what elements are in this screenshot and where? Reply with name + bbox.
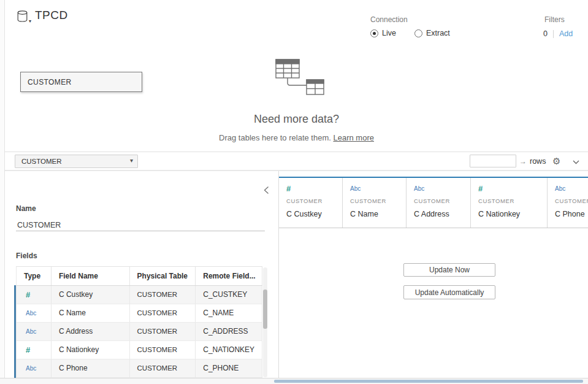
divider	[553, 30, 554, 38]
top-header: ▾ TPCD Connection Live Extract Filters 0	[5, 0, 588, 55]
empty-state-title: Need more data?	[5, 113, 588, 126]
field-name-cell: C Nationkey	[52, 341, 130, 359]
connection-section: Connection Live Extract	[370, 15, 450, 37]
extract-radio[interactable]: Extract	[414, 29, 450, 37]
column-table-name: CUSTOMER	[555, 198, 588, 204]
scrollbar-thumb[interactable]	[263, 290, 267, 329]
column-table-name: CUSTOMER	[478, 198, 547, 204]
rows-label: rows	[530, 157, 546, 166]
fields-table-body: # C Custkey CUSTOMER C_CUSTKEY Abc C Nam…	[17, 286, 262, 378]
field-type-icon: #	[286, 185, 342, 193]
empty-state-graphic-wrap	[5, 58, 588, 99]
field-type-icon: Abc	[26, 365, 36, 372]
caret-down-icon: ▾	[29, 18, 31, 24]
remote-field-cell: C_NAME	[196, 304, 262, 322]
drag-hint-text: Drag tables here to relate them.	[219, 133, 331, 142]
name-label: Name	[16, 204, 36, 213]
extract-radio-label: Extract	[426, 29, 450, 37]
remote-field-cell: C_NATIONKEY	[196, 341, 262, 359]
column-field-name: C Address	[414, 210, 470, 218]
add-filter-link[interactable]: Add	[559, 29, 573, 38]
filters-row: 0 Add	[540, 29, 586, 38]
column-field-name: C Name	[350, 210, 406, 218]
row-count-input[interactable]	[470, 155, 516, 167]
data-grid-header-row: # CUSTOMER C Custkey Abc CUSTOMER C Name…	[279, 177, 588, 228]
connection-radio-group: Live Extract	[370, 29, 450, 37]
live-radio-label: Live	[382, 29, 396, 37]
column-field-name: C Custkey	[286, 210, 342, 218]
column-header-field-name[interactable]: Field Name	[52, 267, 130, 285]
update-automatically-button[interactable]: Update Automatically	[403, 285, 495, 299]
remote-field-cell: C_ADDRESS	[196, 323, 262, 340]
datasource-page: ▾ TPCD Connection Live Extract Filters 0	[0, 0, 588, 384]
remote-field-cell: C_PHONE	[196, 359, 262, 377]
table-selector-value: CUSTOMER	[21, 158, 62, 165]
connection-label: Connection	[370, 15, 450, 24]
datasource-menu-button[interactable]: ▾	[17, 10, 31, 24]
field-name-cell: C Name	[52, 304, 130, 322]
table-row[interactable]: # C Nationkey CUSTOMER C_NATIONKEY	[17, 341, 262, 359]
data-grid-column-header[interactable]: # CUSTOMER C Nationkey	[471, 178, 548, 228]
radio-circle-icon	[414, 29, 422, 37]
column-header-type[interactable]: Type	[17, 267, 52, 285]
column-header-remote-field[interactable]: Remote Field...	[196, 267, 262, 285]
physical-table-cell: CUSTOMER	[130, 359, 196, 377]
table-selector-dropdown[interactable]: CUSTOMER ▾	[15, 155, 138, 168]
table-row[interactable]: Abc C Address CUSTOMER C_ADDRESS	[17, 323, 262, 341]
data-grid-column-header[interactable]: # CUSTOMER C Custkey	[279, 178, 343, 228]
physical-table-cell: CUSTOMER	[130, 286, 196, 304]
field-type-icon: Abc	[555, 185, 588, 193]
fields-table-header-row: Type Field Name Physical Table Remote Fi…	[17, 267, 262, 286]
table-row[interactable]: # C Custkey CUSTOMER C_CUSTKEY	[17, 286, 262, 304]
field-metadata-panel: Name Fields Type Field Name Physical Tab…	[5, 171, 279, 378]
field-name-cell: C Phone	[52, 359, 130, 377]
field-type-icon: Abc	[350, 185, 406, 193]
field-name-cell: C Address	[52, 323, 130, 340]
data-grid-column-header[interactable]: Abc CUSTOMER C Phone	[548, 178, 588, 228]
remote-field-cell: C_CUSTKEY	[196, 286, 262, 304]
column-table-name: CUSTOMER	[414, 198, 470, 204]
page-title: TPCD	[35, 9, 68, 22]
field-type-icon: Abc	[26, 328, 36, 335]
field-type-icon: Abc	[414, 185, 470, 193]
data-grid-column-header[interactable]: Abc CUSTOMER C Address	[407, 178, 471, 228]
update-now-button[interactable]: Update Now	[403, 263, 495, 277]
arrow-right-icon: →	[519, 157, 527, 166]
table-row[interactable]: Abc C Phone CUSTOMER C_PHONE	[17, 359, 262, 378]
fields-label: Fields	[16, 252, 37, 260]
field-type-icon: #	[26, 345, 30, 355]
table-name-field[interactable]	[16, 215, 265, 231]
selected-table-strip	[14, 285, 16, 378]
live-radio[interactable]: Live	[370, 29, 396, 37]
collapse-panel-icon[interactable]	[262, 185, 270, 198]
field-type-icon: #	[26, 290, 30, 299]
filters-section: Filters 0 Add	[540, 15, 586, 38]
column-table-name: CUSTOMER	[350, 198, 406, 204]
table-row[interactable]: Abc C Name CUSTOMER C_NAME	[17, 304, 262, 323]
filters-count: 0	[540, 29, 553, 38]
filters-label: Filters	[544, 15, 586, 24]
bottom-panels: Name Fields Type Field Name Physical Tab…	[5, 171, 588, 378]
column-table-name: CUSTOMER	[286, 198, 342, 204]
preview-toolbar: CUSTOMER ▾ → rows ⚙	[5, 152, 588, 171]
chevron-down-icon[interactable]	[573, 157, 579, 166]
name-field-wrap	[16, 215, 265, 231]
database-icon	[17, 10, 28, 24]
fields-table: Type Field Name Physical Table Remote Fi…	[16, 266, 262, 378]
gear-icon[interactable]: ⚙	[552, 155, 560, 168]
left-rail	[0, 0, 5, 384]
column-field-name: C Nationkey	[478, 210, 547, 218]
physical-table-cell: CUSTOMER	[130, 304, 196, 322]
column-header-physical-table[interactable]: Physical Table	[130, 267, 196, 285]
field-type-icon: Abc	[26, 310, 36, 317]
horizontal-scrollbar[interactable]	[0, 378, 588, 384]
scrollbar-thumb[interactable]	[274, 380, 583, 383]
empty-state-hint: Drag tables here to relate them. Learn m…	[5, 133, 588, 142]
learn-more-link[interactable]: Learn more	[333, 133, 373, 142]
physical-table-cell: CUSTOMER	[130, 323, 196, 340]
relate-tables-icon	[269, 88, 325, 99]
data-grid-column-header[interactable]: Abc CUSTOMER C Name	[343, 178, 407, 228]
fields-vertical-scrollbar[interactable]	[263, 267, 267, 377]
data-preview-grid: # CUSTOMER C Custkey Abc CUSTOMER C Name…	[279, 171, 588, 378]
physical-table-cell: CUSTOMER	[130, 341, 196, 359]
